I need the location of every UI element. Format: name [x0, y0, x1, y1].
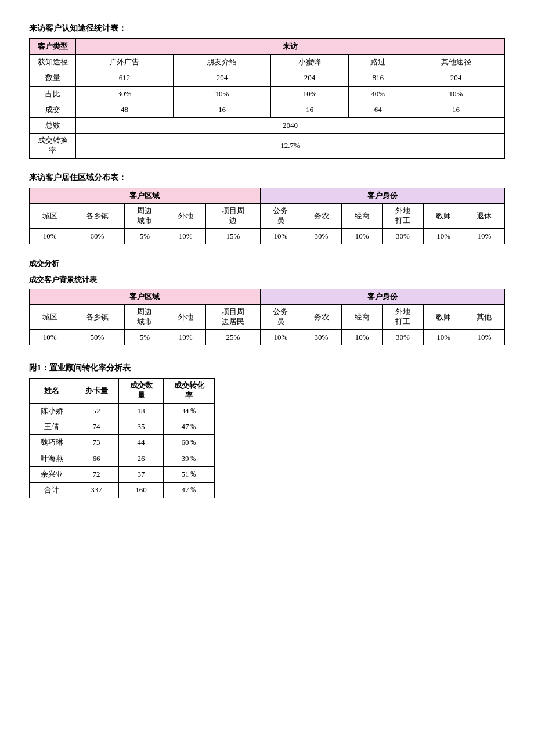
col-customer-region2: 客户区域	[30, 289, 261, 305]
row-total-label: 总数	[30, 117, 76, 133]
col-project-nearby2: 项目周边居民	[206, 305, 261, 330]
col-conversion: 成交转化率	[164, 379, 215, 404]
col-migrant: 外地打工	[383, 204, 423, 229]
section-advisor: 附1：置业顾问转化率分析表 姓名 办卡量 成交数量 成交转化率 陈小娇 52 1…	[29, 363, 505, 498]
table-row: 叶海燕 66 26 39％	[30, 451, 215, 466]
section1-title: 来访客户认知途径统计表：	[29, 23, 505, 34]
table-row: 陈小娇 52 18 34％	[30, 404, 215, 419]
col-migrant2: 外地打工	[383, 305, 423, 330]
section-region: 来访客户居住区域分布表： 客户区域 客户身份 城区 各乡镇 周边城市 外地 项目…	[29, 172, 505, 244]
awareness-table: 客户类型 来访 获知途径 户外广告 朋友介绍 小蜜蜂 路过 其他途径 数量 61…	[29, 38, 505, 159]
row-conversion-label: 成交转换率	[30, 134, 76, 159]
col-farmer2: 务农	[301, 305, 341, 330]
col-other2: 其他	[464, 305, 504, 330]
section2-title: 来访客户居住区域分布表：	[29, 172, 505, 183]
region-visit-table: 客户区域 客户身份 城区 各乡镇 周边城市 外地 项目周边 公务员 务农 经商 …	[29, 188, 505, 244]
deal-customer-table: 客户区域 客户身份 城区 各乡镇 周边城市 外地 项目周边居民 公务员 务农 经…	[29, 289, 505, 345]
table-row: 数量 612 204 204 816 204	[30, 70, 505, 86]
col-retired: 退休	[464, 204, 504, 229]
row-percent-label: 占比	[30, 86, 76, 102]
table-row: 余兴亚 72 37 51％	[30, 466, 215, 482]
table-row: 10% 60% 5% 10% 15% 10% 30% 10% 30% 10% 1…	[30, 228, 505, 244]
col-customer-region: 客户区域	[30, 188, 261, 203]
table-row: 10% 50% 5% 10% 25% 10% 30% 10% 30% 10% 1…	[30, 330, 505, 345]
table-row: 成交转换率 12.7%	[30, 134, 505, 159]
col-project-nearby: 项目周边	[206, 204, 261, 229]
col-teacher: 教师	[423, 204, 464, 229]
col-passing: 路过	[349, 55, 407, 70]
col-other: 其他途径	[407, 55, 505, 70]
col-outdoor: 户外广告	[76, 55, 174, 70]
col-customer-type: 客户类型	[30, 39, 76, 55]
col-teacher2: 教师	[423, 305, 464, 330]
table-row: 占比 30% 10% 10% 40% 10%	[30, 86, 505, 102]
table-row: 王倩 74 35 47％	[30, 419, 215, 435]
col-customer-identity2: 客户身份	[260, 289, 504, 305]
deal-analysis-label: 成交分析	[29, 258, 505, 269]
col-deal-count: 成交数量	[119, 379, 164, 404]
deal-customer-bg-label: 成交客户背景统计表	[29, 275, 505, 285]
advisor-table: 姓名 办卡量 成交数量 成交转化率 陈小娇 52 18 34％ 王倩 74 35…	[29, 378, 215, 498]
col-nearby-city2: 周边城市	[124, 305, 165, 330]
col-city2: 城区	[30, 305, 70, 330]
col-outoftown: 外地	[165, 204, 205, 229]
col-friend: 朋友介绍	[173, 55, 270, 70]
col-nearby-city: 周边城市	[124, 204, 165, 229]
row-deal-label: 成交	[30, 102, 76, 117]
col-city: 城区	[30, 204, 70, 229]
table-row: 魏巧琳 73 44 60％	[30, 435, 215, 451]
col-visit: 来访	[76, 39, 505, 55]
table-row: 成交 48 16 16 64 16	[30, 102, 505, 117]
col-farmer: 务农	[301, 204, 341, 229]
col-townships: 各乡镇	[70, 204, 125, 229]
col-name: 姓名	[30, 379, 74, 404]
col-civil-servant: 公务员	[260, 204, 301, 229]
col-outoftown2: 外地	[165, 305, 205, 330]
section-deal-analysis: 成交分析 成交客户背景统计表 客户区域 客户身份 城区 各乡镇 周边城市 外地 …	[29, 258, 505, 345]
col-card: 办卡量	[74, 379, 119, 404]
table-row: 总数 2040	[30, 117, 505, 133]
col-business2: 经商	[342, 305, 383, 330]
row-count-label: 数量	[30, 70, 76, 86]
table-row-total: 合计 337 160 47％	[30, 482, 215, 498]
col-business: 经商	[342, 204, 383, 229]
section4-title: 附1：置业顾问转化率分析表	[29, 363, 505, 373]
col-civil-servant2: 公务员	[260, 305, 301, 330]
col-bee: 小蜜蜂	[270, 55, 348, 70]
col-townships2: 各乡镇	[70, 305, 125, 330]
row-channel-label: 获知途径	[30, 55, 76, 70]
section-awareness: 来访客户认知途径统计表： 客户类型 来访 获知途径 户外广告 朋友介绍 小蜜蜂 …	[29, 23, 505, 159]
col-customer-identity: 客户身份	[260, 188, 504, 203]
